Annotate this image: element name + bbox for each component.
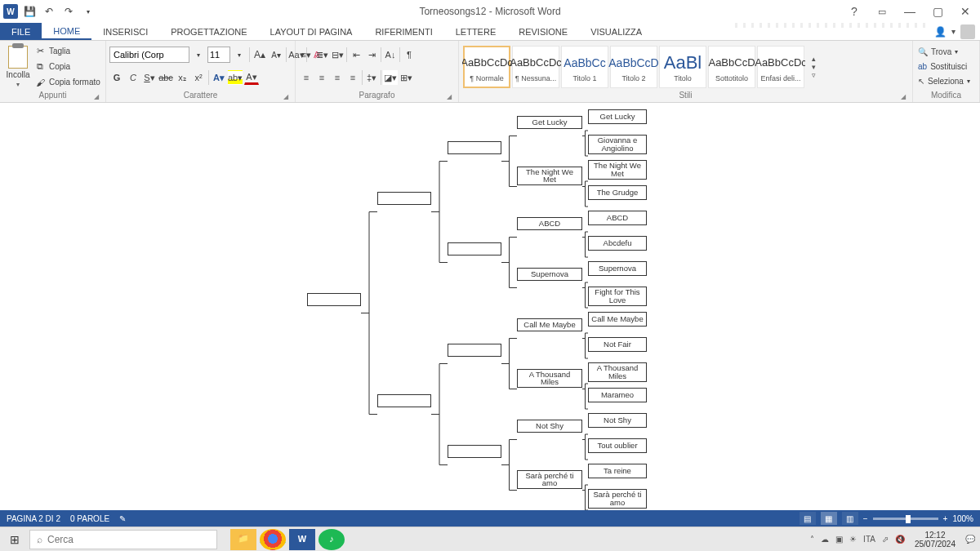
- tab-insert[interactable]: INSERISCI: [91, 23, 159, 40]
- style-titolo-1[interactable]: AaBbCcTitolo 1: [561, 46, 608, 88]
- font-name-dropdown-icon[interactable]: ▾: [191, 47, 206, 62]
- tray-language-icon[interactable]: ITA: [863, 535, 875, 544]
- taskbar: ⊞ ⌕ Cerca 📁 W ♪ ˄ ☁ ▣ ☀ ITA ⬀ 🔇 12:12 25…: [0, 527, 980, 551]
- proofing-icon[interactable]: ✎: [119, 514, 126, 523]
- paragraph-launcher-icon[interactable]: ◢: [445, 93, 453, 101]
- notifications-icon[interactable]: 💬: [965, 535, 975, 544]
- replace-button[interactable]: abSostituisci: [918, 60, 970, 73]
- grow-font-icon[interactable]: A▴: [252, 47, 267, 62]
- chrome-app-icon[interactable]: [260, 529, 286, 550]
- bullets-icon[interactable]: ≡▾: [299, 47, 314, 62]
- zoom-level[interactable]: 100%: [952, 514, 973, 523]
- shrink-font-icon[interactable]: A▾: [269, 47, 283, 62]
- borders-icon[interactable]: ⊞▾: [399, 70, 413, 85]
- maximize-icon[interactable]: ▢: [926, 3, 949, 20]
- spotify-app-icon[interactable]: ♪: [318, 529, 345, 550]
- save-icon[interactable]: 💾: [21, 3, 38, 20]
- help-icon[interactable]: ?: [843, 3, 866, 20]
- strikethrough-icon[interactable]: abc: [158, 70, 173, 85]
- cut-button[interactable]: ✂Taglia: [34, 44, 100, 59]
- tray-wifi-icon[interactable]: ⬀: [882, 535, 889, 544]
- account-area[interactable]: 👤 ▾: [929, 23, 980, 40]
- align-center-icon[interactable]: ≡: [314, 70, 329, 85]
- font-color-icon[interactable]: A▾: [244, 70, 259, 85]
- paste-button[interactable]: Incolla ▾: [3, 44, 33, 90]
- style-sottotitolo[interactable]: AaBbCcDSottotitolo: [708, 46, 755, 88]
- style-name: Titolo 1: [572, 74, 596, 82]
- tray-chevron-icon[interactable]: ˄: [810, 535, 814, 544]
- style---nessuna---[interactable]: AaBbCcDc¶ Nessuna...: [512, 46, 559, 88]
- highlight-icon[interactable]: ab▾: [228, 70, 243, 85]
- copy-button[interactable]: ⧉Copia: [34, 60, 100, 74]
- shading-icon[interactable]: ◪▾: [383, 70, 398, 85]
- zoom-slider[interactable]: [873, 518, 938, 520]
- document-area[interactable]: Get LuckyGiovanna e AngiolinoThe Night W…: [0, 103, 980, 533]
- numbering-icon[interactable]: ≣▾: [314, 47, 329, 62]
- increase-indent-icon[interactable]: ⇥: [364, 47, 379, 62]
- zoom-in-icon[interactable]: +: [943, 514, 948, 523]
- select-button[interactable]: ↖Seleziona ▾: [918, 74, 970, 88]
- tab-home[interactable]: HOME: [42, 23, 91, 40]
- zoom-out-icon[interactable]: −: [863, 514, 868, 523]
- style-enfasi-deli---[interactable]: AaBbCcDcEnfasi deli...: [757, 46, 804, 88]
- font-size-dropdown-icon[interactable]: ▾: [232, 47, 247, 62]
- justify-icon[interactable]: ≡: [345, 70, 360, 85]
- font-launcher-icon[interactable]: ◢: [282, 93, 290, 101]
- word-count[interactable]: 0 PAROLE: [70, 514, 109, 523]
- start-button[interactable]: ⊞: [0, 527, 29, 552]
- search-icon: ⌕: [37, 534, 42, 545]
- bracket-r32-9: Not Fair: [588, 337, 647, 352]
- format-painter-button[interactable]: 🖌Copia formato: [34, 75, 100, 90]
- underline-icon[interactable]: S▾: [142, 70, 157, 85]
- align-right-icon[interactable]: ≡: [330, 70, 345, 85]
- tab-file[interactable]: FILE: [0, 23, 42, 40]
- style-preview: AaBbCcD: [708, 51, 755, 74]
- bold-icon[interactable]: G: [109, 70, 124, 85]
- font-name-input[interactable]: [109, 47, 189, 63]
- print-layout-icon[interactable]: ▦: [821, 512, 837, 525]
- explorer-app-icon[interactable]: 📁: [230, 529, 256, 550]
- page-indicator[interactable]: PAGINA 2 DI 2: [7, 514, 60, 523]
- multilevel-icon[interactable]: ⊟▾: [330, 47, 345, 62]
- taskbar-clock[interactable]: 12:12 25/07/2024: [911, 531, 959, 549]
- find-button[interactable]: 🔍Trova ▾: [918, 45, 970, 59]
- tray-volume-icon[interactable]: 🔇: [895, 535, 905, 544]
- taskbar-search[interactable]: ⌕ Cerca: [29, 530, 217, 549]
- qat-more-icon[interactable]: ▾: [80, 3, 96, 20]
- style---normale[interactable]: AaBbCcDc¶ Normale: [463, 46, 510, 88]
- style-titolo[interactable]: AaBlTitolo: [659, 46, 706, 88]
- redo-icon[interactable]: ↷: [60, 3, 77, 20]
- tab-page-layout[interactable]: LAYOUT DI PAGINA: [259, 23, 364, 40]
- bracket-r32-4: ABCD: [588, 211, 647, 225]
- show-marks-icon[interactable]: ¶: [402, 47, 416, 62]
- style-titolo-2[interactable]: AaBbCcDTitolo 2: [610, 46, 657, 88]
- decrease-indent-icon[interactable]: ⇤: [349, 47, 363, 62]
- subscript-icon[interactable]: x₂: [175, 70, 189, 85]
- clipboard-launcher-icon[interactable]: ◢: [92, 93, 100, 101]
- superscript-icon[interactable]: x²: [191, 70, 206, 85]
- undo-icon[interactable]: ↶: [41, 3, 57, 20]
- tray-weather-icon[interactable]: ☀: [849, 535, 857, 544]
- tray-onedrive-icon[interactable]: ☁: [821, 535, 829, 544]
- sort-icon[interactable]: A↓: [383, 47, 398, 62]
- text-effects-icon[interactable]: A▾: [212, 70, 226, 85]
- minimize-icon[interactable]: —: [898, 3, 921, 20]
- tab-review[interactable]: REVISIONE: [507, 23, 579, 40]
- tab-mailings[interactable]: LETTERE: [444, 23, 508, 40]
- web-layout-icon[interactable]: ▥: [842, 512, 858, 525]
- italic-icon[interactable]: C: [126, 70, 140, 85]
- font-size-input[interactable]: [207, 47, 230, 63]
- word-app-taskbar-icon[interactable]: W: [289, 529, 315, 550]
- align-left-icon[interactable]: ≡: [299, 70, 314, 85]
- tab-view[interactable]: VISUALIZZA: [579, 23, 653, 40]
- styles-launcher-icon[interactable]: ◢: [899, 93, 907, 101]
- font-group-label: Carattere: [184, 91, 218, 100]
- read-mode-icon[interactable]: ▤: [800, 512, 816, 525]
- line-spacing-icon[interactable]: ‡▾: [364, 70, 379, 85]
- styles-gallery-more[interactable]: ▴▾▿: [807, 55, 820, 79]
- tab-references[interactable]: RIFERIMENTI: [363, 23, 443, 40]
- close-icon[interactable]: ✕: [954, 3, 977, 20]
- tray-meet-icon[interactable]: ▣: [835, 535, 843, 544]
- ribbon-display-icon[interactable]: ▭: [871, 3, 893, 20]
- tab-design[interactable]: PROGETTAZIONE: [159, 23, 258, 40]
